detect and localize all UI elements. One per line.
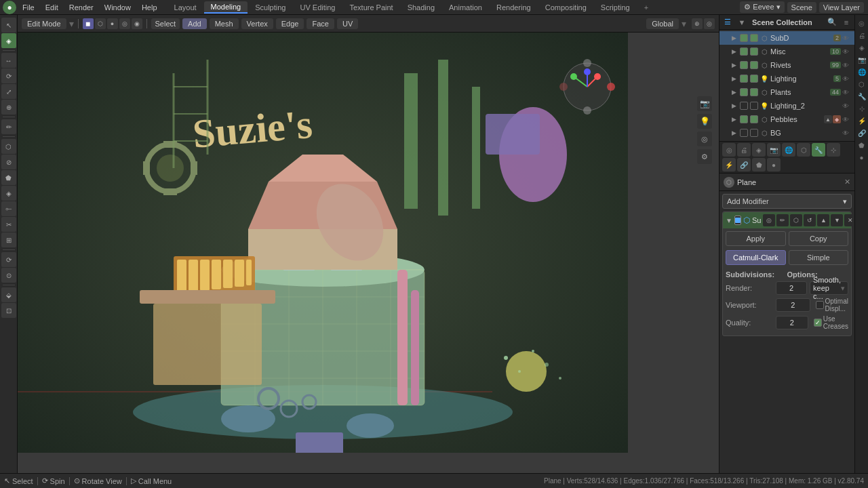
properties-physics-icon[interactable]: ⚡	[856, 115, 867, 126]
offset-edge-tool[interactable]: ⟜	[1, 201, 16, 216]
modifier-invert-btn[interactable]: ↺	[804, 214, 816, 226]
tab-texture-paint[interactable]: Texture Paint	[342, 2, 399, 13]
tab-rendering[interactable]: Rendering	[490, 2, 538, 13]
expand-arrow[interactable]: ▶	[732, 116, 738, 123]
eye-icon[interactable]: 👁	[842, 129, 852, 137]
expand-arrow[interactable]: ▶	[732, 35, 738, 41]
properties-view-layer-icon[interactable]: ◈	[856, 42, 867, 53]
visibility-checkbox[interactable]	[740, 47, 748, 56]
to-sphere-tool[interactable]: ⊡	[1, 303, 16, 318]
visibility-checkbox[interactable]	[740, 102, 748, 110]
collection-item-lighting[interactable]: ▶ 💡 Lighting 5 👁	[719, 72, 854, 85]
add-modifier-button[interactable]: Add Modifier ▾	[722, 194, 852, 209]
render-checkbox[interactable]	[750, 47, 758, 56]
world-tab[interactable]: 🌐	[782, 143, 795, 157]
properties-scene-icon[interactable]: 📷	[856, 54, 867, 65]
scene-selector[interactable]: Scene	[787, 2, 816, 13]
viewport[interactable]: Edit Mode ▾ ◼ ⬡ ● ◎ ◉ Select Add Mesh Ve…	[18, 15, 719, 473]
catmull-clark-btn[interactable]: Catmull-Clark	[726, 250, 786, 265]
knife-tool[interactable]: ✂	[1, 217, 16, 232]
data-tab[interactable]: ⬟	[752, 158, 766, 171]
properties-particles-icon[interactable]: ⊹	[856, 103, 867, 114]
collection-item-lighting2[interactable]: ▶ 💡 Lighting_2 👁	[719, 99, 854, 113]
collection-item-pebbles[interactable]: ▶ ⬡ Pebbles ▲ ◆ 👁	[719, 113, 854, 126]
collection-item-bg[interactable]: ▶ ⬡ BG 👁	[719, 126, 854, 140]
collection-item-plants[interactable]: ▶ ⬡ Plants 44 👁	[719, 85, 854, 99]
visibility-checkbox[interactable]	[740, 88, 748, 96]
expand-arrow[interactable]: ▶	[732, 89, 738, 96]
select-linked-item[interactable]: ↖ Select	[4, 476, 33, 485]
move-tool[interactable]: ↔	[1, 53, 16, 68]
render-checkbox[interactable]	[750, 75, 758, 83]
eye-icon[interactable]: 👁	[842, 75, 852, 83]
collection-item-subd[interactable]: ▶ ⬡ SubD 2 👁	[719, 31, 854, 45]
pebbles-icon1[interactable]: ▲	[824, 115, 832, 123]
tab-modeling[interactable]: Modeling	[204, 1, 248, 14]
render-checkbox[interactable]	[750, 88, 758, 96]
scale-tool[interactable]: ⤢	[1, 84, 16, 99]
modifier-cage-btn[interactable]: ⬡	[790, 214, 802, 226]
render-checkbox[interactable]	[750, 129, 758, 137]
bisect-tool[interactable]: ⊞	[1, 232, 16, 247]
extrude-tool[interactable]: ⬡	[1, 139, 16, 154]
tab-animation[interactable]: Animation	[442, 2, 489, 13]
expand-arrow[interactable]: ▶	[732, 62, 738, 68]
view-layer-tab[interactable]: ◈	[752, 143, 766, 157]
render-checkbox[interactable]	[750, 61, 758, 69]
properties-render-icon[interactable]: ◎	[856, 18, 867, 28]
call-menu-item[interactable]: ▷ Call Menu	[131, 476, 172, 485]
view-layer-selector[interactable]: View Layer	[819, 2, 864, 13]
scene-tab[interactable]: 📷	[767, 143, 781, 157]
collection-item-misc[interactable]: ▶ ⬡ Misc 10 👁	[719, 45, 854, 58]
smooth-tool[interactable]: ⟳	[1, 252, 16, 267]
tab-compositing[interactable]: Compositing	[538, 2, 593, 13]
outliner-icon[interactable]: ☰	[721, 16, 734, 29]
tab-scripting[interactable]: Scripting	[594, 2, 637, 13]
search-icon[interactable]: 🔍	[825, 16, 839, 29]
tab-uv-editing[interactable]: UV Editing	[293, 2, 342, 13]
inset-tool[interactable]: ⊘	[1, 155, 16, 169]
render-value-input[interactable]: 2	[776, 281, 807, 295]
menu-render[interactable]: Render	[64, 2, 98, 13]
bevel-tool[interactable]: ⬟	[1, 170, 16, 185]
menu-file[interactable]: File	[18, 2, 39, 13]
modifier-visibility-toggle[interactable]	[734, 216, 741, 225]
properties-data-icon[interactable]: ⬟	[856, 140, 867, 150]
filter-icon[interactable]: ▼	[735, 16, 749, 29]
eye-icon[interactable]: 👁	[842, 89, 852, 96]
render-checkbox[interactable]	[750, 102, 758, 110]
shear-tool[interactable]: ⬙	[1, 287, 16, 302]
particles-tab[interactable]: ⊹	[827, 143, 840, 157]
modifier-expand-toggle[interactable]: ▼	[726, 217, 732, 224]
modifier-tab active[interactable]: 🔧	[812, 143, 825, 157]
expand-arrow[interactable]: ▶	[732, 102, 738, 109]
render-tab[interactable]: ◎	[722, 143, 736, 157]
eye-icon[interactable]: 👁	[842, 62, 852, 69]
render-checkbox[interactable]	[750, 34, 758, 42]
cursor-tool[interactable]: ↖	[1, 18, 16, 33]
visibility-checkbox[interactable]	[740, 34, 748, 42]
expand-arrow[interactable]: ▶	[732, 129, 738, 136]
render-gizmo[interactable]: ◎	[697, 131, 712, 146]
expand-arrow[interactable]: ▶	[732, 75, 738, 82]
tab-add[interactable]: +	[637, 2, 655, 13]
modifier-edit-btn[interactable]: ✏	[776, 214, 789, 226]
render-checkbox[interactable]	[750, 115, 758, 123]
engine-selector[interactable]: ⚙ Eevee ▾	[740, 1, 784, 13]
modifier-down-btn[interactable]: ▼	[831, 214, 843, 226]
select-tool[interactable]: ◈	[1, 33, 16, 48]
modifier-up-btn[interactable]: ▲	[817, 214, 829, 226]
smooth-dropdown[interactable]: Smooth, keep c... ▾	[810, 281, 848, 295]
transform-tool[interactable]: ⊕	[1, 100, 16, 115]
properties-modifier-icon[interactable]: 🔧	[856, 91, 867, 102]
collection-item-rivets[interactable]: ▶ ⬡ Rivets 99 👁	[719, 58, 854, 72]
menu-edit[interactable]: Edit	[41, 2, 63, 13]
close-properties-btn[interactable]: ✕	[844, 178, 850, 186]
pebbles-icon2[interactable]: ◆	[833, 115, 841, 123]
object-tab[interactable]: ⬡	[797, 143, 810, 157]
spin-item[interactable]: ⟳ Spin	[42, 476, 65, 485]
eye-icon[interactable]: 👁	[842, 35, 852, 42]
properties-material-icon[interactable]: ●	[856, 152, 867, 163]
viewport-value-input[interactable]: 2	[776, 298, 810, 312]
rotate-tool[interactable]: ⟳	[1, 68, 16, 83]
